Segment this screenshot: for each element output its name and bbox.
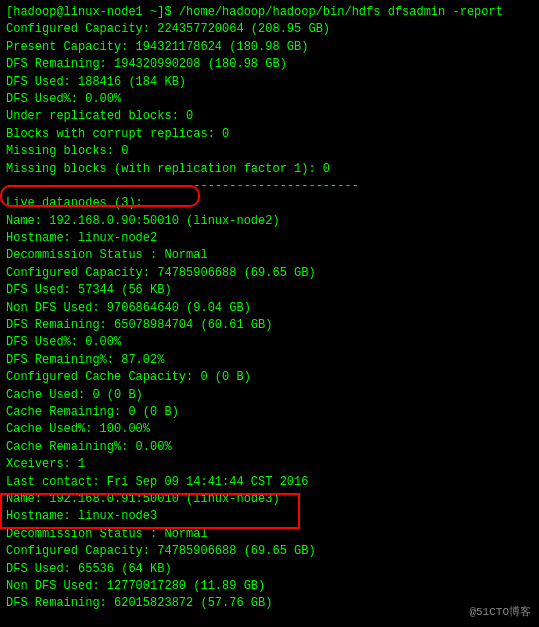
- terminal-line: Name: 192.168.0.90:50010 (linux-node2): [6, 213, 533, 230]
- terminal-line: Non DFS Used: 12770017280 (11.89 GB): [6, 578, 533, 595]
- terminal-line: Missing blocks: 0: [6, 143, 533, 160]
- terminal-line: DFS Remaining: 62015823872 (57.76 GB): [6, 595, 533, 612]
- terminal-line: Configured Cache Capacity: 0 (0 B): [6, 369, 533, 386]
- terminal-line: ----------------------------------------…: [6, 178, 533, 195]
- watermark: @51CTO博客: [469, 604, 531, 619]
- terminal-line: DFS Used: 65536 (64 KB): [6, 561, 533, 578]
- terminal-line: Missing blocks (with replication factor …: [6, 161, 533, 178]
- terminal-line: Decommission Status : Normal: [6, 247, 533, 264]
- terminal-line: Xceivers: 1: [6, 456, 533, 473]
- terminal-line: Configured Capacity: 74785906688 (69.65 …: [6, 543, 533, 560]
- terminal-line: Configured Capacity: 224357720064 (208.9…: [6, 21, 533, 38]
- terminal-window: [hadoop@linux-node1 ~]$ /home/hadoop/had…: [0, 0, 539, 627]
- terminal-line: Cache Remaining: 0 (0 B): [6, 404, 533, 421]
- terminal-line: DFS Used%: 0.00%: [6, 91, 533, 108]
- terminal-output: [hadoop@linux-node1 ~]$ /home/hadoop/had…: [6, 4, 533, 613]
- terminal-line: Decommission Status : Normal: [6, 526, 533, 543]
- terminal-line: DFS Remaining%: 87.02%: [6, 352, 533, 369]
- terminal-line: Present Capacity: 194321178624 (180.98 G…: [6, 39, 533, 56]
- terminal-line: Cache Used: 0 (0 B): [6, 387, 533, 404]
- terminal-line: Cache Used%: 100.00%: [6, 421, 533, 438]
- terminal-line: Name: 192.168.0.91:50010 (linux-node3): [6, 491, 533, 508]
- terminal-line: DFS Remaining: 65078984704 (60.61 GB): [6, 317, 533, 334]
- terminal-line: DFS Remaining: 194320990208 (180.98 GB): [6, 56, 533, 73]
- terminal-line: Blocks with corrupt replicas: 0: [6, 126, 533, 143]
- terminal-line: Non DFS Used: 9706864640 (9.04 GB): [6, 300, 533, 317]
- terminal-line: Under replicated blocks: 0: [6, 108, 533, 125]
- terminal-line: DFS Used: 57344 (56 KB): [6, 282, 533, 299]
- terminal-line: Last contact: Fri Sep 09 14:41:44 CST 20…: [6, 474, 533, 491]
- terminal-line: DFS Used: 188416 (184 KB): [6, 74, 533, 91]
- terminal-line: Live datanodes (3):: [6, 195, 533, 212]
- terminal-line: Hostname: linux-node2: [6, 230, 533, 247]
- terminal-line: Cache Remaining%: 0.00%: [6, 439, 533, 456]
- terminal-line: Hostname: linux-node3: [6, 508, 533, 525]
- terminal-line: [hadoop@linux-node1 ~]$ /home/hadoop/had…: [6, 4, 533, 21]
- terminal-line: Configured Capacity: 74785906688 (69.65 …: [6, 265, 533, 282]
- terminal-line: DFS Used%: 0.00%: [6, 334, 533, 351]
